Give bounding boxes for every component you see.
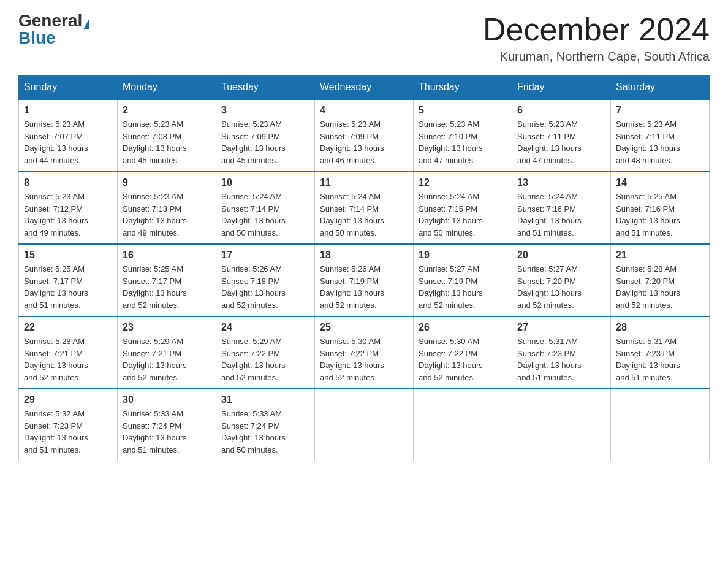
day-number: 27 [517,322,605,333]
month-title: December 2024 [483,12,710,47]
day-number: 2 [123,105,211,116]
day-info: Sunrise: 5:25 AMSunset: 7:17 PMDaylight:… [24,263,112,311]
title-section: December 2024 Kuruman, Northern Cape, So… [483,12,710,64]
column-header-saturday: Saturday [611,75,710,100]
location: Kuruman, Northern Cape, South Africa [483,50,710,64]
calendar-cell: 12Sunrise: 5:24 AMSunset: 7:15 PMDayligh… [414,172,512,244]
day-info: Sunrise: 5:33 AMSunset: 7:24 PMDaylight:… [123,408,211,456]
calendar-cell: 6Sunrise: 5:23 AMSunset: 7:11 PMDaylight… [512,99,611,172]
column-header-tuesday: Tuesday [216,75,315,100]
day-number: 3 [221,105,309,116]
day-info: Sunrise: 5:27 AMSunset: 7:19 PMDaylight:… [419,263,507,311]
day-number: 20 [517,250,605,261]
day-number: 1 [24,105,112,116]
day-info: Sunrise: 5:23 AMSunset: 7:09 PMDaylight:… [320,118,408,166]
calendar-cell: 28Sunrise: 5:31 AMSunset: 7:23 PMDayligh… [611,316,710,389]
day-info: Sunrise: 5:29 AMSunset: 7:22 PMDaylight:… [221,335,309,383]
logo-general: General [18,11,82,30]
day-number: 9 [123,177,211,188]
week-row-1: 1Sunrise: 5:23 AMSunset: 7:07 PMDaylight… [19,99,710,172]
day-info: Sunrise: 5:23 AMSunset: 7:08 PMDaylight:… [123,118,211,166]
day-number: 31 [221,394,309,405]
calendar-cell: 2Sunrise: 5:23 AMSunset: 7:08 PMDaylight… [118,99,216,172]
calendar-cell: 30Sunrise: 5:33 AMSunset: 7:24 PMDayligh… [118,389,216,461]
calendar-cell: 4Sunrise: 5:23 AMSunset: 7:09 PMDaylight… [315,99,414,172]
calendar-cell: 21Sunrise: 5:28 AMSunset: 7:20 PMDayligh… [611,244,710,316]
day-info: Sunrise: 5:24 AMSunset: 7:14 PMDaylight:… [320,191,408,239]
day-info: Sunrise: 5:23 AMSunset: 7:13 PMDaylight:… [123,191,211,239]
calendar-cell: 31Sunrise: 5:33 AMSunset: 7:24 PMDayligh… [216,389,315,461]
day-info: Sunrise: 5:25 AMSunset: 7:16 PMDaylight:… [616,191,704,239]
calendar-cell: 5Sunrise: 5:23 AMSunset: 7:10 PMDaylight… [414,99,512,172]
column-header-thursday: Thursday [414,75,512,100]
calendar-cell: 10Sunrise: 5:24 AMSunset: 7:14 PMDayligh… [216,172,315,244]
day-number: 19 [419,250,507,261]
day-number: 15 [24,250,112,261]
day-number: 6 [517,105,605,116]
day-info: Sunrise: 5:32 AMSunset: 7:23 PMDaylight:… [24,408,112,456]
calendar-cell: 8Sunrise: 5:23 AMSunset: 7:12 PMDaylight… [19,172,118,244]
day-info: Sunrise: 5:23 AMSunset: 7:11 PMDaylight:… [616,118,704,166]
calendar-cell: 23Sunrise: 5:29 AMSunset: 7:21 PMDayligh… [118,316,216,389]
day-info: Sunrise: 5:24 AMSunset: 7:15 PMDaylight:… [419,191,507,239]
day-info: Sunrise: 5:31 AMSunset: 7:23 PMDaylight:… [517,335,605,383]
logo-text: General [18,12,89,29]
calendar-table: SundayMondayTuesdayWednesdayThursdayFrid… [18,75,710,461]
day-number: 7 [616,105,704,116]
logo-blue: Blue [18,29,56,47]
day-info: Sunrise: 5:24 AMSunset: 7:14 PMDaylight:… [221,191,309,239]
calendar-cell: 11Sunrise: 5:24 AMSunset: 7:14 PMDayligh… [315,172,414,244]
day-info: Sunrise: 5:23 AMSunset: 7:11 PMDaylight:… [517,118,605,166]
day-number: 4 [320,105,408,116]
day-info: Sunrise: 5:26 AMSunset: 7:18 PMDaylight:… [221,263,309,311]
day-info: Sunrise: 5:26 AMSunset: 7:19 PMDaylight:… [320,263,408,311]
calendar-cell: 26Sunrise: 5:30 AMSunset: 7:22 PMDayligh… [414,316,512,389]
calendar-cell: 25Sunrise: 5:30 AMSunset: 7:22 PMDayligh… [315,316,414,389]
calendar-cell: 7Sunrise: 5:23 AMSunset: 7:11 PMDaylight… [611,99,710,172]
day-info: Sunrise: 5:23 AMSunset: 7:10 PMDaylight:… [419,118,507,166]
day-info: Sunrise: 5:29 AMSunset: 7:21 PMDaylight:… [123,335,211,383]
day-number: 23 [123,322,211,333]
week-row-4: 22Sunrise: 5:28 AMSunset: 7:21 PMDayligh… [19,316,710,389]
day-number: 29 [24,394,112,405]
calendar-cell [414,389,512,461]
day-number: 18 [320,250,408,261]
day-info: Sunrise: 5:30 AMSunset: 7:22 PMDaylight:… [419,335,507,383]
calendar-cell: 17Sunrise: 5:26 AMSunset: 7:18 PMDayligh… [216,244,315,316]
day-number: 10 [221,177,309,188]
day-number: 16 [123,250,211,261]
day-number: 26 [419,322,507,333]
column-header-monday: Monday [118,75,216,100]
column-header-friday: Friday [512,75,611,100]
day-number: 8 [24,177,112,188]
day-number: 22 [24,322,112,333]
week-row-5: 29Sunrise: 5:32 AMSunset: 7:23 PMDayligh… [19,389,710,461]
calendar-cell: 9Sunrise: 5:23 AMSunset: 7:13 PMDaylight… [118,172,216,244]
calendar-cell: 3Sunrise: 5:23 AMSunset: 7:09 PMDaylight… [216,99,315,172]
calendar-cell: 18Sunrise: 5:26 AMSunset: 7:19 PMDayligh… [315,244,414,316]
day-number: 11 [320,177,408,188]
day-info: Sunrise: 5:28 AMSunset: 7:20 PMDaylight:… [616,263,704,311]
day-number: 17 [221,250,309,261]
day-number: 28 [616,322,704,333]
calendar-cell: 20Sunrise: 5:27 AMSunset: 7:20 PMDayligh… [512,244,611,316]
week-row-3: 15Sunrise: 5:25 AMSunset: 7:17 PMDayligh… [19,244,710,316]
day-info: Sunrise: 5:28 AMSunset: 7:21 PMDaylight:… [24,335,112,383]
day-info: Sunrise: 5:31 AMSunset: 7:23 PMDaylight:… [616,335,704,383]
calendar-cell [315,389,414,461]
calendar-cell: 27Sunrise: 5:31 AMSunset: 7:23 PMDayligh… [512,316,611,389]
page-header: General Blue December 2024 Kuruman, Nort… [18,12,710,64]
day-info: Sunrise: 5:30 AMSunset: 7:22 PMDaylight:… [320,335,408,383]
calendar-cell: 16Sunrise: 5:25 AMSunset: 7:17 PMDayligh… [118,244,216,316]
calendar-cell: 19Sunrise: 5:27 AMSunset: 7:19 PMDayligh… [414,244,512,316]
day-number: 14 [616,177,704,188]
week-row-2: 8Sunrise: 5:23 AMSunset: 7:12 PMDaylight… [19,172,710,244]
day-info: Sunrise: 5:23 AMSunset: 7:09 PMDaylight:… [221,118,309,166]
day-info: Sunrise: 5:23 AMSunset: 7:07 PMDaylight:… [24,118,112,166]
day-number: 30 [123,394,211,405]
day-info: Sunrise: 5:24 AMSunset: 7:16 PMDaylight:… [517,191,605,239]
column-header-sunday: Sunday [19,75,118,100]
calendar-cell: 1Sunrise: 5:23 AMSunset: 7:07 PMDaylight… [19,99,118,172]
day-info: Sunrise: 5:27 AMSunset: 7:20 PMDaylight:… [517,263,605,311]
logo: General Blue [18,12,89,47]
